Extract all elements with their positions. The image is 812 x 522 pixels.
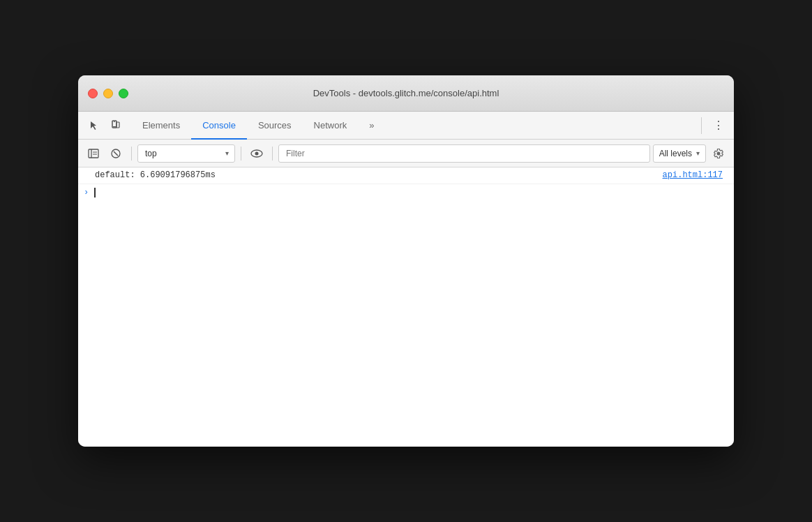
clear-console-button[interactable] xyxy=(106,144,126,163)
inspect-element-button[interactable] xyxy=(84,116,103,135)
tabs-bar: Elements Console Sources Network » ⋮ xyxy=(78,112,734,140)
console-toolbar: top ▾ All levels ▾ xyxy=(78,140,734,167)
sidebar-toggle-icon xyxy=(88,148,99,159)
console-output: default: 6.69091796875ms api.html:117 › xyxy=(78,167,734,447)
tab-elements[interactable]: Elements xyxy=(131,112,191,140)
svg-line-9 xyxy=(114,151,118,156)
device-icon xyxy=(110,120,121,131)
console-log-source[interactable]: api.html:117 xyxy=(663,170,728,180)
close-button[interactable] xyxy=(88,89,98,98)
svg-rect-4 xyxy=(89,149,98,158)
filter-input[interactable] xyxy=(278,144,650,163)
svg-point-12 xyxy=(717,152,720,155)
console-settings-button[interactable] xyxy=(709,144,728,163)
maximize-button[interactable] xyxy=(119,89,128,98)
tabs-divider xyxy=(701,117,702,134)
toolbar-divider-3 xyxy=(272,147,273,161)
tab-more[interactable]: » xyxy=(358,112,385,140)
tab-console[interactable]: Console xyxy=(191,112,247,140)
title-bar: DevTools - devtools.glitch.me/console/ap… xyxy=(78,75,734,112)
tab-network[interactable]: Network xyxy=(303,112,359,140)
toolbar-divider-2 xyxy=(241,147,241,161)
window-title: DevTools - devtools.glitch.me/console/ap… xyxy=(313,88,499,98)
gear-icon xyxy=(713,148,724,159)
tabs-left-icons xyxy=(84,112,126,139)
svg-rect-2 xyxy=(113,126,116,127)
eye-icon xyxy=(250,147,263,160)
context-selector[interactable]: top ▾ xyxy=(137,144,235,163)
log-levels-button[interactable]: All levels ▾ xyxy=(653,144,706,163)
levels-arrow-icon: ▾ xyxy=(696,149,700,157)
sidebar-toggle-button[interactable] xyxy=(84,144,103,163)
tab-sources[interactable]: Sources xyxy=(247,112,303,140)
console-input-row: › xyxy=(78,184,734,201)
more-menu-button[interactable]: ⋮ xyxy=(709,116,728,135)
tabs-right: ⋮ xyxy=(697,112,728,139)
tabs-list: Elements Console Sources Network » xyxy=(131,112,697,139)
traffic-lights xyxy=(88,89,128,98)
svg-rect-1 xyxy=(114,121,115,122)
minimize-button[interactable] xyxy=(103,89,113,98)
toolbar-divider-1 xyxy=(131,147,132,161)
console-cursor xyxy=(94,188,96,197)
devtools-window: DevTools - devtools.glitch.me/console/ap… xyxy=(78,75,734,447)
context-dropdown-arrow: ▾ xyxy=(225,149,229,157)
live-expressions-button[interactable] xyxy=(247,144,266,163)
clear-icon xyxy=(110,148,121,159)
svg-point-11 xyxy=(255,151,259,155)
console-prompt-icon[interactable]: › xyxy=(84,188,89,197)
console-log-entry: default: 6.69091796875ms api.html:117 xyxy=(78,167,734,184)
cursor-icon xyxy=(88,120,99,131)
console-log-text: default: 6.69091796875ms xyxy=(95,170,663,180)
device-toolbar-button[interactable] xyxy=(106,116,126,135)
